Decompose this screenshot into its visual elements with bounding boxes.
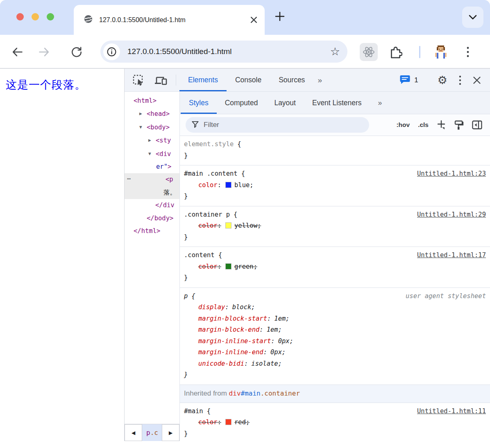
color-swatch[interactable] (225, 419, 231, 425)
address-bar[interactable]: 127.0.0.1:5500/Untitled-1.html ☆ (100, 41, 347, 63)
breadcrumb: ◀ p.c ▶ (125, 424, 179, 441)
css-declaration[interactable]: margin-inline-end:0px; (184, 347, 486, 358)
css-declaration-overridden[interactable]: color:yellow; (184, 220, 486, 232)
device-toolbar-icon[interactable] (150, 69, 172, 91)
tab-layout[interactable]: Layout (266, 92, 304, 114)
tab-search-chevron-button[interactable] (462, 7, 483, 28)
node-more-actions-icon[interactable]: … (127, 174, 131, 181)
page-paragraph: 这是一个段落。 (6, 77, 118, 92)
css-declaration-overridden[interactable]: color:green; (184, 261, 486, 273)
browser-window: 127.0.0.1:5500/Untitled-1.htm 127.0.0.1:… (0, 0, 490, 448)
dom-tree: <html> ▶<head> ▼<body> ▶<sty ▼<div er"> … (125, 92, 179, 424)
rule-container-p[interactable]: .container p{ Untitled-1.html:29 color:y… (180, 206, 490, 247)
breadcrumb-forward-icon[interactable]: ▶ (162, 424, 179, 441)
color-swatch[interactable] (225, 263, 231, 269)
source-link[interactable]: Untitled-1.html:29 (413, 209, 486, 221)
devtools-menu-kebab-icon[interactable] (454, 75, 466, 86)
tab-styles[interactable]: Styles (181, 92, 217, 114)
tab-computed[interactable]: Computed (217, 92, 266, 114)
tab-elements[interactable]: Elements (179, 69, 227, 91)
window-controls (16, 13, 54, 20)
css-declaration[interactable]: margin-block-start:1em; (184, 313, 486, 325)
css-declaration[interactable]: margin-inline-start:0px; (184, 336, 486, 347)
inherited-node-link[interactable]: div (229, 389, 241, 397)
rendered-page: 这是一个段落。 (0, 69, 124, 441)
inherited-from-header: Inherited from div#main.container (180, 385, 490, 403)
browser-tab[interactable]: 127.0.0.1:5500/Untitled-1.htm (74, 5, 265, 35)
rule-element-style[interactable]: element.style{ } (180, 136, 490, 165)
breadcrumb-selected-node[interactable]: p.c (142, 424, 162, 441)
filter-funnel-icon (191, 120, 199, 130)
dom-node-body-close[interactable]: </body> (125, 212, 179, 225)
site-info-icon[interactable] (103, 43, 120, 60)
styles-toolbar-icons: :hov .cls (394, 119, 490, 131)
rule-p-user-agent[interactable]: p{ user agent stylesheet display:block; … (180, 288, 490, 385)
css-declaration[interactable]: color:blue; (184, 180, 486, 191)
breadcrumb-back-icon[interactable]: ◀ (125, 424, 142, 441)
more-sidebar-tabs-icon[interactable]: » (370, 92, 390, 114)
back-button[interactable] (11, 35, 24, 69)
dom-node-div[interactable]: ▼<div (125, 147, 179, 161)
new-tab-button[interactable] (274, 10, 286, 24)
styles-filter-row: :hov .cls (180, 114, 490, 136)
inspect-element-icon[interactable] (127, 69, 150, 91)
disclosure-expanded-icon[interactable]: ▼ (139, 121, 147, 133)
url-text[interactable]: 127.0.0.1:5500/Untitled-1.html (127, 47, 330, 56)
minimize-window-button[interactable] (32, 13, 39, 20)
dom-selected-node[interactable]: … <p 落。 (125, 173, 179, 199)
tab-close-icon[interactable] (250, 16, 257, 23)
forward-button[interactable] (38, 35, 51, 69)
css-declaration[interactable]: margin-block-end:1em; (184, 324, 486, 336)
rule-main-inherited[interactable]: #main{ Untitled-1.html:11 color:red; } (180, 403, 490, 441)
styles-filter-pill[interactable] (186, 117, 369, 133)
devtools-close-icon[interactable] (468, 76, 486, 84)
disclosure-collapsed-icon[interactable]: ▶ (139, 107, 147, 120)
css-declaration[interactable]: display:block; (184, 302, 486, 313)
reload-button[interactable] (70, 35, 83, 69)
dom-node-body[interactable]: ▼<body> (125, 121, 179, 134)
source-link[interactable]: Untitled-1.html:11 (413, 406, 486, 417)
dom-node-style[interactable]: ▶<sty (125, 134, 179, 147)
toolbar-divider (176, 75, 176, 86)
devtools-panel: Elements Console Sources » 1 ⚙ (124, 69, 490, 441)
toggle-classes[interactable]: .cls (416, 120, 431, 130)
devtools-toolbar-right: 1 ⚙ (395, 69, 490, 91)
disclosure-expanded-icon[interactable]: ▼ (148, 147, 156, 160)
color-swatch[interactable] (225, 222, 231, 229)
source-link[interactable]: Untitled-1.html:17 (413, 250, 486, 261)
dom-node-html[interactable]: <html> (125, 95, 179, 107)
css-declaration[interactable]: unicode-bidi:isolate; (184, 358, 486, 370)
more-tabs-icon[interactable]: » (313, 69, 326, 91)
close-window-button[interactable] (16, 13, 24, 20)
extensions-puzzle-icon[interactable] (388, 35, 402, 69)
disclosure-collapsed-icon[interactable]: ▶ (148, 134, 156, 147)
tab-sources[interactable]: Sources (270, 69, 313, 91)
color-swatch[interactable] (225, 182, 231, 188)
rule-content[interactable]: .content{ Untitled-1.html:17 color:green… (180, 247, 490, 288)
bookmark-star-icon[interactable]: ☆ (330, 46, 340, 57)
tab-event-listeners[interactable]: Event Listeners (304, 92, 370, 114)
user-agent-stylesheet-label: user agent stylesheet (406, 291, 486, 302)
dom-node-html-close[interactable]: </html> (125, 225, 179, 238)
issues-button[interactable]: 1 (395, 75, 422, 86)
globe-favicon-icon (84, 14, 93, 25)
settings-gear-icon[interactable]: ⚙ (433, 74, 452, 87)
toolbar-divider (419, 46, 420, 58)
new-style-rule-plus-icon[interactable] (435, 119, 448, 131)
browser-menu-kebab-icon[interactable] (466, 35, 470, 69)
source-link[interactable]: Untitled-1.html:23 (413, 168, 486, 180)
react-devtools-extension-icon[interactable] (360, 43, 378, 61)
tab-strip: 127.0.0.1:5500/Untitled-1.htm (0, 0, 490, 35)
rule-main-content[interactable]: #main .content{ Untitled-1.html:23 color… (180, 165, 490, 206)
toggle-hover-state[interactable]: :hov (394, 120, 412, 130)
dom-node-div-close[interactable]: </div (125, 199, 179, 212)
rendering-brush-icon[interactable] (452, 119, 466, 131)
css-declaration-overridden[interactable]: color:red; (184, 417, 486, 428)
styles-filter-input[interactable] (204, 121, 363, 129)
dom-node-div-wrap[interactable]: er"> (125, 161, 179, 173)
profile-avatar[interactable] (433, 35, 449, 69)
toggle-sidebar-panel-icon[interactable] (470, 120, 484, 130)
dom-node-head[interactable]: ▶<head> (125, 107, 179, 120)
tab-console[interactable]: Console (227, 69, 270, 91)
fullscreen-window-button[interactable] (47, 13, 54, 20)
